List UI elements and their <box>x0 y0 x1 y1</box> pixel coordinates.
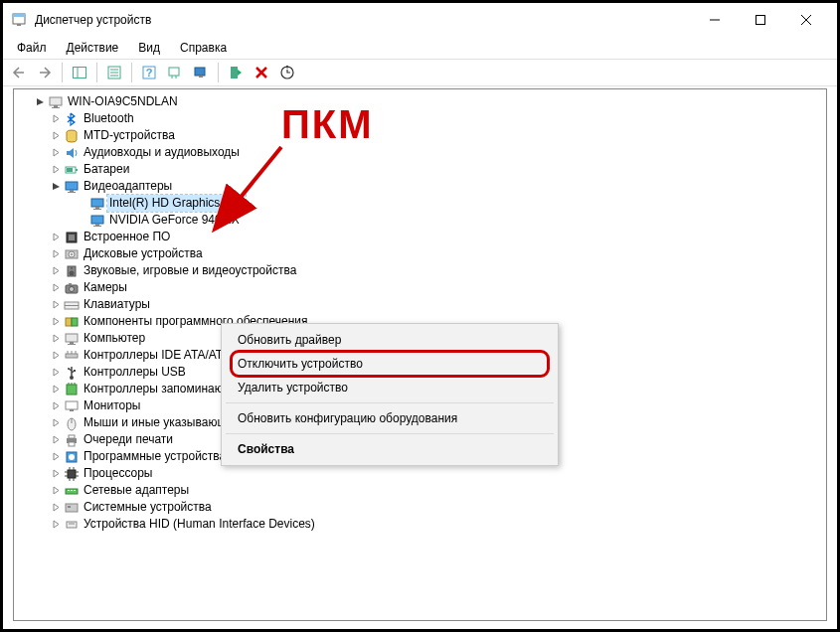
battery-icon <box>64 162 80 178</box>
tree-category[interactable]: Процессоры <box>18 465 826 482</box>
tree-category[interactable]: Дисковые устройства <box>18 245 826 262</box>
tree-node-label: Системные устройства <box>82 499 214 516</box>
display-icon <box>89 213 105 229</box>
usb-icon <box>64 365 80 381</box>
svg-point-44 <box>71 253 73 255</box>
back-button[interactable] <box>7 61 31 84</box>
menu-file[interactable]: Файл <box>9 39 55 57</box>
tree-node-label: Bluetooth <box>82 110 136 127</box>
chevron-icon[interactable] <box>50 368 62 377</box>
chevron-icon[interactable] <box>50 182 62 191</box>
tree-category[interactable]: Системные устройства <box>18 499 826 516</box>
tree-category[interactable]: Звуковые, игровые и видеоустройства <box>18 262 826 279</box>
tree-device[interactable]: NVIDIA GeForce 940MX <box>18 212 826 229</box>
chevron-icon[interactable] <box>50 486 62 495</box>
enable-device-button[interactable] <box>224 61 248 84</box>
chevron-icon[interactable] <box>50 401 62 410</box>
menu-view[interactable]: Вид <box>130 39 168 57</box>
display-icon <box>89 196 105 212</box>
svg-rect-57 <box>70 342 74 344</box>
computer-icon <box>48 94 64 110</box>
show-hide-tree-button[interactable] <box>68 61 91 84</box>
computer-icon <box>64 331 80 347</box>
svg-rect-72 <box>70 409 74 411</box>
chevron-icon[interactable] <box>50 249 62 258</box>
tree-category[interactable]: MTD-устройства <box>18 127 826 144</box>
maximize-button[interactable] <box>738 4 783 36</box>
tree-category[interactable]: Аудиовходы и аудиовыходы <box>18 144 826 161</box>
chevron-icon[interactable] <box>50 300 62 309</box>
svg-rect-29 <box>76 169 78 171</box>
update-driver-button[interactable] <box>189 61 213 84</box>
svg-point-47 <box>71 267 73 269</box>
app-icon <box>11 12 27 28</box>
chevron-icon[interactable] <box>50 114 62 123</box>
chevron-icon[interactable] <box>34 97 46 106</box>
device-manager-window: Диспетчер устройств Файл Действие Вид Сп… <box>3 3 837 629</box>
tree-node-label: Дисковые устройства <box>82 245 205 262</box>
uninstall-device-button[interactable] <box>250 61 273 84</box>
tree-category[interactable]: Камеры <box>18 279 826 296</box>
tree-node-label: Аудиовходы и аудиовыходы <box>82 144 242 161</box>
chevron-icon[interactable] <box>50 266 62 275</box>
svg-rect-7 <box>74 68 86 79</box>
svg-text:?: ? <box>146 67 153 79</box>
tree-category[interactable]: Клавиатуры <box>18 296 826 313</box>
ctx-scan-hardware[interactable]: Обновить конфигурацию оборудования <box>224 406 556 430</box>
tree-category[interactable]: Батареи <box>18 161 826 178</box>
tree-category[interactable]: Сетевые адаптеры <box>18 482 826 499</box>
chevron-icon[interactable] <box>50 520 62 529</box>
chevron-icon[interactable] <box>50 283 62 292</box>
minimize-button[interactable] <box>692 4 738 36</box>
help-button[interactable]: ? <box>137 61 161 84</box>
properties-button[interactable] <box>102 61 126 84</box>
tree-category[interactable]: Видеоадаптеры <box>18 178 826 195</box>
chevron-icon[interactable] <box>50 351 62 360</box>
chevron-icon[interactable] <box>50 317 62 326</box>
chevron-icon[interactable] <box>50 385 62 394</box>
svg-rect-92 <box>74 490 76 491</box>
forward-button[interactable] <box>33 61 57 84</box>
svg-rect-33 <box>68 192 76 193</box>
scan-hardware-button[interactable] <box>163 61 187 84</box>
menu-action[interactable]: Действие <box>59 39 127 57</box>
menu-help[interactable]: Справка <box>172 39 235 57</box>
hid-icon <box>64 517 80 533</box>
tree-device[interactable]: Intel(R) HD Graphics 620 <box>18 195 826 212</box>
chevron-icon[interactable] <box>50 131 62 140</box>
svg-point-79 <box>69 454 75 460</box>
chevron-icon[interactable] <box>50 165 62 174</box>
mouse-icon <box>64 415 80 431</box>
chevron-icon[interactable] <box>50 334 62 343</box>
tree-category[interactable]: Bluetooth <box>18 110 826 127</box>
tree-node-label: Компьютер <box>82 330 147 347</box>
tree-category[interactable]: Встроенное ПО <box>18 229 826 245</box>
ctx-separator <box>226 402 554 403</box>
chevron-icon[interactable] <box>50 148 62 157</box>
chevron-icon[interactable] <box>50 503 62 512</box>
hdd-icon <box>64 246 80 262</box>
chevron-icon[interactable] <box>50 435 62 444</box>
tree-root[interactable]: WIN-OIA9C5NDLAN <box>18 93 826 110</box>
tree-category[interactable]: Устройства HID (Human Interface Devices) <box>18 516 826 533</box>
svg-rect-30 <box>67 168 73 172</box>
tree-node-label: Очереди печати <box>82 431 175 448</box>
camera-icon <box>64 280 80 296</box>
svg-rect-76 <box>69 435 75 438</box>
svg-rect-26 <box>52 107 60 108</box>
ctx-disable-device[interactable]: Отключить устройство <box>224 352 556 376</box>
ctx-update-driver[interactable]: Обновить драйвер <box>224 328 556 352</box>
ctx-properties[interactable]: Свойства <box>224 437 556 461</box>
detail-button[interactable] <box>275 61 299 84</box>
ide-icon <box>64 348 80 364</box>
svg-rect-24 <box>50 97 62 105</box>
chevron-icon[interactable] <box>50 469 62 478</box>
close-button[interactable] <box>783 4 829 36</box>
display-icon <box>64 179 80 195</box>
device-tree[interactable]: WIN-OIA9C5NDLANBluetoothMTD-устройстваАу… <box>14 89 826 537</box>
ctx-uninstall-device[interactable]: Удалить устройство <box>224 376 556 399</box>
chevron-icon[interactable] <box>50 233 62 241</box>
chevron-icon[interactable] <box>50 452 62 461</box>
chevron-icon[interactable] <box>50 418 62 427</box>
svg-rect-34 <box>91 199 103 207</box>
